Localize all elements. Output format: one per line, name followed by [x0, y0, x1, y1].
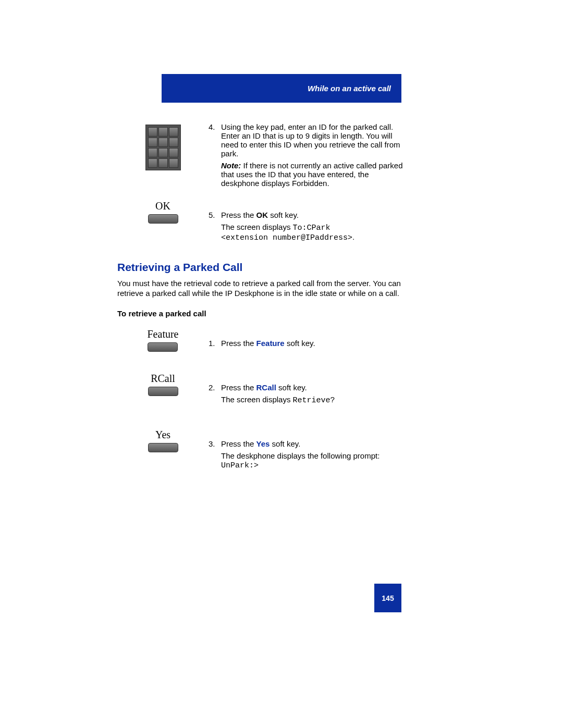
- keypad-graphic-container: [117, 122, 209, 170]
- step-number: 3.: [209, 439, 221, 448]
- step-number: 5.: [209, 211, 221, 219]
- step-4-text: 4. Using the key pad, enter an ID for th…: [209, 122, 407, 191]
- step-number: 4.: [209, 122, 221, 158]
- section-intro: You must have the retrieval code to retr…: [117, 279, 407, 299]
- step-number: 1.: [209, 339, 221, 348]
- softkey-icon: [148, 443, 178, 452]
- step-5: OK 5. Press the OK soft key. The screen …: [117, 200, 407, 245]
- step-text: Press the Feature soft key.: [221, 339, 407, 348]
- retrieve-step-1-text: 1. Press the Feature soft key.: [209, 328, 407, 351]
- softkey-label-yes: Yes: [155, 429, 170, 441]
- yes-softkey-graphic: Yes: [117, 429, 209, 452]
- softkey-icon: [148, 214, 178, 224]
- page-number: 145: [374, 584, 401, 612]
- step-text: Press the Yes soft key.: [221, 439, 407, 448]
- step-text: Press the RCall soft key.: [221, 383, 407, 392]
- softkey-label-ok: OK: [155, 200, 170, 212]
- ok-softkey-graphic: OK: [117, 200, 209, 224]
- softkey-icon: [148, 387, 178, 396]
- note-label: Note:: [221, 161, 241, 170]
- retrieve-step-3-text: 3. Press the Yes soft key. The deskphone…: [209, 429, 407, 473]
- step-4: 4. Using the key pad, enter an ID for th…: [117, 122, 407, 191]
- step-number: 2.: [209, 383, 221, 392]
- page-header: While on an active call: [162, 74, 401, 103]
- feature-softkey-graphic: Feature: [117, 328, 209, 352]
- section-heading: Retrieving a Parked Call: [117, 261, 407, 274]
- step-5-line2: The screen displays To:CPark <extension …: [221, 223, 407, 242]
- softkey-icon: [148, 342, 178, 352]
- page-content: 4. Using the key pad, enter an ID for th…: [117, 122, 407, 483]
- retrieve-step-1: Feature 1. Press the Feature soft key.: [117, 328, 407, 352]
- keypad-icon: [145, 125, 181, 170]
- step-text: Using the key pad, enter an ID for the p…: [221, 122, 407, 158]
- retrieve-step-2: RCall 2. Press the RCall soft key. The s…: [117, 373, 407, 408]
- softkey-label-feature: Feature: [148, 328, 179, 340]
- retrieve-step-2-line2: The screen displays Retrieve?: [221, 395, 407, 405]
- step-text: Press the OK soft key.: [221, 211, 407, 219]
- section-subhead: To retrieve a parked call: [117, 309, 407, 318]
- step-5-text: 5. Press the OK soft key. The screen dis…: [209, 200, 407, 245]
- retrieve-step-3: Yes 3. Press the Yes soft key. The deskp…: [117, 429, 407, 473]
- header-title: While on an active call: [308, 84, 391, 93]
- document-page: While on an active call 4. Using the key…: [0, 0, 563, 728]
- retrieve-step-3-line2: The deskphone displays the following pro…: [221, 451, 407, 470]
- step-4-note: Note: If there is not currently an activ…: [221, 161, 407, 188]
- softkey-label-rcall: RCall: [151, 373, 175, 385]
- rcall-softkey-graphic: RCall: [117, 373, 209, 396]
- note-text: If there is not currently an active call…: [221, 161, 403, 188]
- retrieve-step-2-text: 2. Press the RCall soft key. The screen …: [209, 373, 407, 408]
